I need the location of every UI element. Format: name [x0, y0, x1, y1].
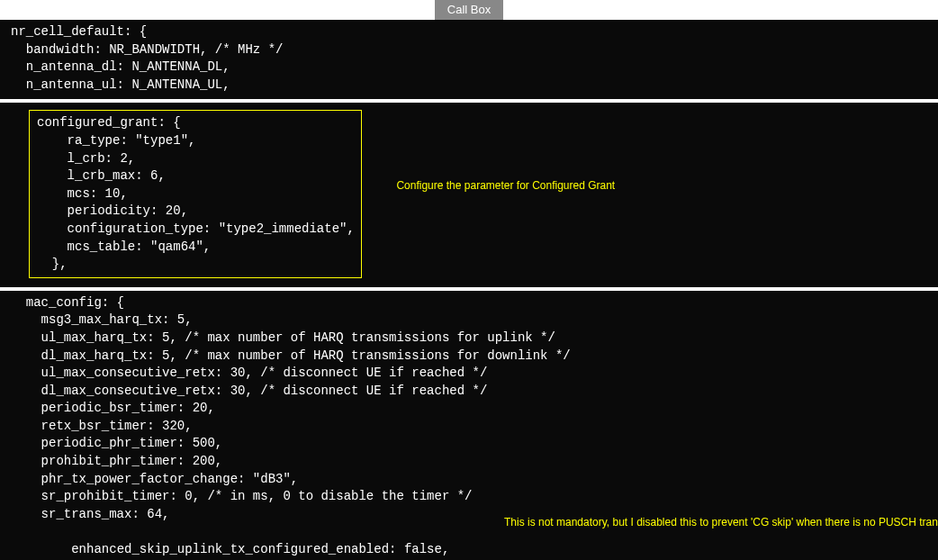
code-line: periodic_bsr_timer: 20,	[11, 400, 927, 418]
panel-configured-grant: configured_grant: { ra_type: "type1", l_…	[0, 103, 938, 290]
code-line: prohibit_phr_timer: 200,	[11, 453, 927, 471]
configured-grant-box: configured_grant: { ra_type: "type1", l_…	[29, 110, 362, 277]
code-line: dl_max_consecutive_retx: 30, /* disconne…	[11, 383, 927, 401]
code-line: mac_config: {	[11, 294, 927, 312]
code-line: periodicity: 20,	[37, 203, 354, 221]
annotation-enhanced-skip: This is not mandatory, but I disabled th…	[504, 516, 927, 530]
code-line: n_antenna_ul: N_ANTENNA_UL,	[11, 77, 927, 95]
tab-call-box[interactable]: Call Box	[435, 0, 503, 20]
code-line: msg3_max_harq_tx: 5,	[11, 312, 927, 330]
panel-nr-cell-default: nr_cell_default: { bandwidth: NR_BANDWID…	[0, 20, 938, 103]
code-line: configured_grant: {	[37, 114, 354, 132]
code-line: periodic_phr_timer: 500,	[11, 435, 927, 453]
tab-bar: Call Box	[0, 0, 938, 20]
code-line: mcs_table: "qam64",	[37, 239, 354, 257]
code-line: },	[37, 256, 354, 274]
underline-enhanced-skip: enhanced_skip_uplink_tx_configured_enabl…	[71, 541, 449, 560]
annotation-configured-grant: Configure the parameter for Configured G…	[396, 178, 615, 194]
panel-mac-config: mac_config: { msg3_max_harq_tx: 5, ul_ma…	[0, 291, 938, 560]
code-line: phr_tx_power_factor_change: "dB3",	[11, 471, 927, 489]
code-line: configuration_type: "type2_immediate",	[37, 221, 354, 239]
code-line: mcs: 10,	[37, 185, 354, 203]
code-line: ra_type: "type1",	[37, 132, 354, 150]
code-line: n_antenna_dl: N_ANTENNA_DL,	[11, 59, 927, 77]
code-line: nr_cell_default: {	[11, 23, 927, 41]
code-line: l_crb: 2,	[37, 150, 354, 168]
code-line: retx_bsr_timer: 320,	[11, 418, 927, 436]
code-line: dl_max_harq_tx: 5, /* max number of HARQ…	[11, 348, 927, 366]
code-line-enhanced-skip: enhanced_skip_uplink_tx_configured_enabl…	[11, 523, 927, 560]
code-line: ul_max_consecutive_retx: 30, /* disconne…	[11, 365, 927, 383]
code-line: l_crb_max: 6,	[37, 167, 354, 185]
indent	[41, 542, 72, 556]
code-line: sr_prohibit_timer: 0, /* in ms, 0 to dis…	[11, 488, 927, 506]
code-line: bandwidth: NR_BANDWIDTH, /* MHz */	[11, 41, 927, 59]
code-line: ul_max_harq_tx: 5, /* max number of HARQ…	[11, 330, 927, 348]
